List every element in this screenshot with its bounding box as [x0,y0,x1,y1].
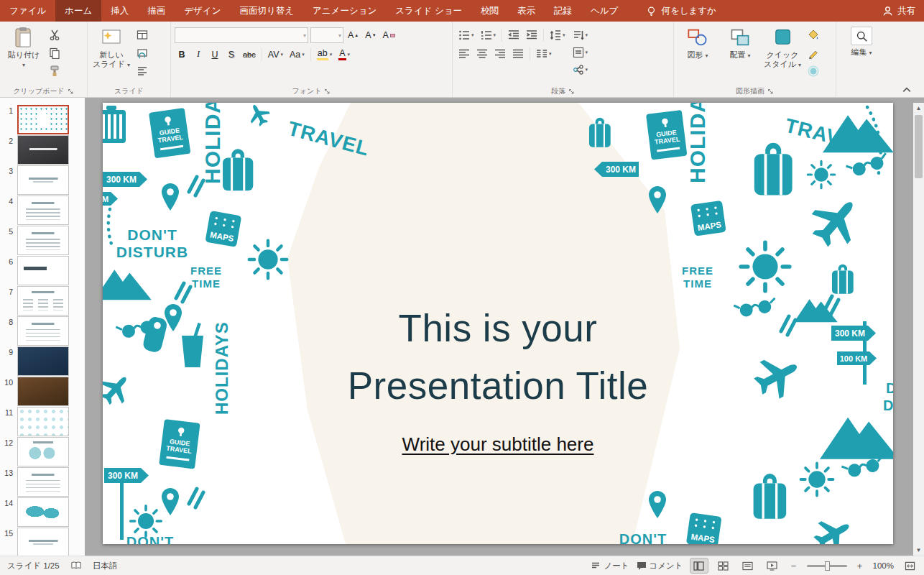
tab-design[interactable]: デザイン [175,0,230,22]
presentation-subtitle[interactable]: Write your subtitle here [103,433,893,456]
presentation-title-line1[interactable]: This is your [103,306,893,350]
scroll-down-button[interactable]: ▼ [913,545,924,556]
slide-thumbnail-9[interactable] [17,346,69,376]
bullets-button[interactable]: ▾ [456,27,476,42]
clipboard-dialog-launcher[interactable] [68,88,74,95]
bold-button[interactable]: B [175,47,189,62]
comments-button[interactable]: コメント [637,561,683,571]
slide-thumbnail-14[interactable] [17,497,69,527]
shapes-button[interactable]: 図形 ▾ [678,24,718,86]
tab-slideshow[interactable]: スライド ショー [386,0,471,22]
slide-thumbnail-4[interactable] [17,196,69,225]
increase-font-size-button[interactable]: A▲ [346,28,361,43]
cut-button[interactable] [46,27,63,43]
presentation-title-line2[interactable]: Presentation Title [103,364,893,408]
editing-button[interactable]: 編集 ▾ [841,24,882,86]
scrollbar-thumb[interactable] [915,115,923,178]
copy-button[interactable] [46,45,63,61]
share-button[interactable]: 共有 [882,0,915,22]
slide-thumbnail-2[interactable] [17,135,69,165]
notes-button[interactable]: ノート [591,561,629,571]
arrange-button[interactable]: 配置 ▾ [720,24,760,86]
slide-thumbnail-3[interactable] [17,165,69,195]
slide-thumbnail-12[interactable] [17,437,69,466]
zoom-in-button[interactable]: + [854,558,866,573]
format-painter-button[interactable] [46,63,63,79]
section-button[interactable] [134,63,151,79]
slide-sorter-view-button[interactable] [715,558,732,573]
text-shadow-button[interactable]: S [224,47,239,62]
shape-fill-button[interactable] [805,27,822,43]
align-right-button[interactable] [492,46,508,61]
zoom-slider-thumb[interactable] [825,561,830,571]
reading-view-button[interactable] [739,558,757,573]
slide-thumbnail-1[interactable] [17,105,69,134]
slide-thumbnail-6[interactable] [17,256,69,285]
slide-thumbnail-13[interactable] [17,467,69,497]
text-direction-button[interactable]: ▾ [570,27,591,42]
slideshow-view-button[interactable] [764,558,781,573]
slide-thumbnail-5[interactable] [17,226,69,255]
new-slide-button[interactable]: 新しいスライド ▾ [91,24,131,86]
drawing-dialog-launcher[interactable] [767,88,774,95]
normal-view-button[interactable] [690,558,708,573]
align-text-button[interactable]: ▾ [570,45,591,60]
slide[interactable]: MAPS GUIDE TRAVEL 300 KM [103,103,893,544]
convert-smartart-button[interactable]: ▾ [570,62,591,77]
paragraph-dialog-launcher[interactable] [568,88,575,95]
slide-thumbnail-10[interactable] [17,377,69,406]
reset-slide-button[interactable] [134,45,151,61]
spell-check-icon[interactable] [71,561,81,571]
slide-thumbnail-11[interactable] [17,407,69,436]
vertical-scrollbar[interactable]: ▲ ▼ [913,103,924,556]
strikethrough-button[interactable]: abc [241,47,258,62]
font-size-input[interactable] [314,31,338,40]
zoom-slider[interactable] [807,565,847,567]
tab-animations[interactable]: アニメーション [303,0,386,22]
slide-thumbnail-15[interactable] [17,528,69,556]
collapse-ribbon-button[interactable] [902,87,911,93]
clear-formatting-button[interactable]: A [381,28,397,43]
language-indicator[interactable]: 日本語 [93,561,118,571]
font-name-select[interactable]: ▾ [175,27,308,43]
tab-home[interactable]: ホーム [55,0,101,22]
quick-styles-button[interactable]: クイックスタイル ▾ [762,24,803,86]
tab-view[interactable]: 表示 [508,0,545,22]
font-size-select[interactable]: ▾ [310,27,343,43]
scrollbar-track[interactable] [913,114,924,545]
shape-outline-button[interactable] [805,45,822,61]
layout-button[interactable] [134,27,151,43]
numbering-button[interactable]: ▾ [479,27,499,42]
scroll-up-button[interactable]: ▲ [913,103,924,114]
tell-me-box[interactable]: 何をしますか [646,0,716,22]
zoom-out-button[interactable]: − [788,558,800,573]
justify-button[interactable] [510,46,526,61]
fit-slide-button[interactable] [901,558,918,573]
align-left-button[interactable] [456,46,472,61]
align-center-button[interactable] [474,46,490,61]
shape-effects-button[interactable] [805,63,822,79]
change-case-button[interactable]: Aa▾ [287,47,307,62]
slide-thumbnail-7[interactable] [17,286,69,316]
line-spacing-button[interactable]: ▾ [548,27,568,42]
zoom-level[interactable]: 100% [873,561,894,570]
decrease-font-size-button[interactable]: A▼ [363,28,378,43]
font-name-input[interactable] [178,31,303,40]
font-dialog-launcher[interactable] [324,88,331,95]
tab-insert[interactable]: 挿入 [101,0,138,22]
columns-button[interactable]: ▾ [534,46,554,61]
decrease-indent-button[interactable] [506,27,522,42]
increase-indent-button[interactable] [524,27,540,42]
tab-transitions[interactable]: 画面切り替え [230,0,303,22]
tab-help[interactable]: ヘルプ [581,0,627,22]
highlight-color-button[interactable]: ab▾ [315,47,334,62]
character-spacing-button[interactable]: AV▾ [266,47,285,62]
tab-record[interactable]: 記録 [545,0,581,22]
tab-review[interactable]: 校閲 [471,0,508,22]
italic-button[interactable]: I [191,47,205,62]
tab-draw[interactable]: 描画 [138,0,175,22]
underline-button[interactable]: U [208,47,222,62]
font-color-button[interactable]: A▾ [336,47,352,62]
slide-thumbnail-8[interactable] [17,316,69,346]
paste-button[interactable]: 貼り付け▾ [4,24,44,86]
